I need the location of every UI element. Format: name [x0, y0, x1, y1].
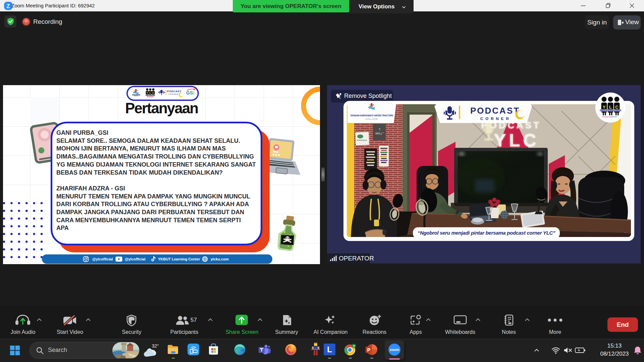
svg-text:Z: Z: [6, 3, 10, 9]
svg-text:C: C: [152, 92, 154, 95]
svg-text:L: L: [609, 105, 612, 110]
svg-text:YAYASAN KARYA BAKTI UNITED TRA: YAYASAN KARYA BAKTI UNITED TRACTORS: [350, 114, 393, 117]
svg-text:Y: Y: [146, 92, 148, 95]
svg-text:P: P: [367, 347, 370, 353]
svg-text:C: C: [615, 105, 619, 110]
svg-text:PODCAST: PODCAST: [167, 90, 181, 93]
svg-text:I: I: [193, 90, 195, 96]
svg-text:"I: "I: [378, 128, 380, 131]
svg-text:#belajarjadi: #belajarjadi: [602, 116, 612, 118]
svg-text:Y: Y: [603, 105, 606, 110]
svg-text:L: L: [150, 92, 151, 95]
svg-text:YKBUT LEARNING CENTER: YKBUT LEARNING CENTER: [600, 109, 621, 111]
svg-text:WILL": WILL": [375, 132, 384, 135]
svg-text:S: S: [190, 90, 193, 96]
svg-text:CORNER: CORNER: [480, 117, 511, 121]
svg-text:G: G: [186, 90, 190, 96]
svg-text:YLC: YLC: [494, 130, 539, 150]
svg-text:“Ngobrol seru menjadi pintar b: “Ngobrol seru menjadi pintar bersama pod…: [418, 230, 555, 236]
svg-text:pintar: pintar: [612, 116, 617, 118]
svg-text:PODCAST: PODCAST: [470, 106, 520, 116]
svg-text:member of ASTRA: member of ASTRA: [365, 118, 378, 120]
svg-text:Y: Y: [353, 345, 355, 348]
svg-text:CORNER: CORNER: [168, 93, 179, 95]
